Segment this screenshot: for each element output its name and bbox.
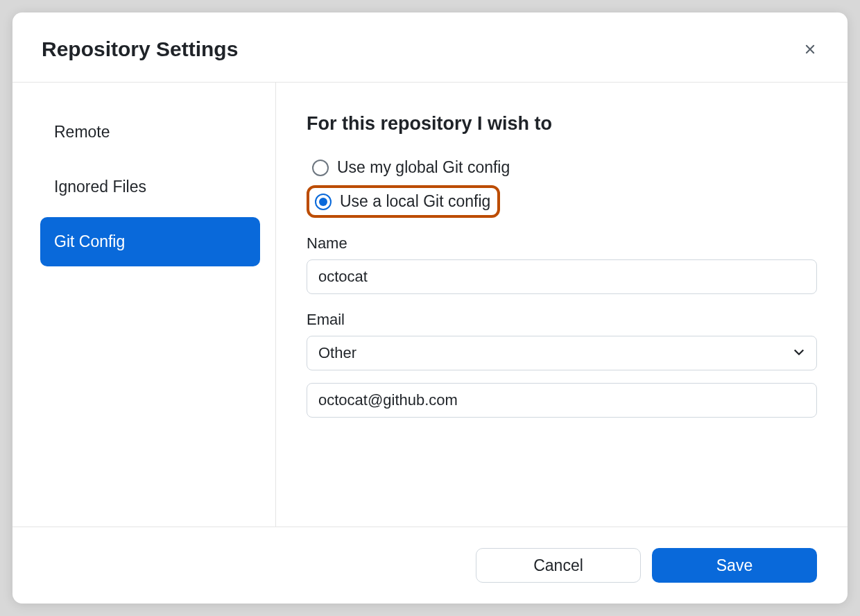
close-button[interactable] <box>802 41 818 58</box>
git-config-scope-radio-group: Use my global Git config Use a local Git… <box>307 154 817 218</box>
radio-label: Use my global Git config <box>337 158 510 177</box>
close-icon <box>802 42 818 57</box>
sidebar-item-ignored-files[interactable]: Ignored Files <box>40 162 260 212</box>
sidebar-item-label: Git Config <box>54 232 125 250</box>
sidebar-item-git-config[interactable]: Git Config <box>40 217 260 266</box>
settings-sidebar: Remote Ignored Files Git Config <box>12 83 276 527</box>
sidebar-item-remote[interactable]: Remote <box>40 108 260 157</box>
email-select-wrapper <box>307 336 817 370</box>
dialog-title: Repository Settings <box>42 37 238 61</box>
name-input[interactable] <box>307 259 817 294</box>
dialog-footer: Cancel Save <box>12 527 848 604</box>
content-heading: For this repository I wish to <box>307 113 817 135</box>
email-value-group <box>307 383 817 418</box>
sidebar-item-label: Remote <box>54 123 110 141</box>
repository-settings-dialog: Repository Settings Remote Ignored Files… <box>12 12 848 604</box>
dialog-header: Repository Settings <box>12 12 848 83</box>
radio-label: Use a local Git config <box>340 192 490 211</box>
radio-icon <box>315 194 332 210</box>
name-field-group: Name <box>307 234 817 294</box>
email-select[interactable] <box>307 336 817 370</box>
cancel-button[interactable]: Cancel <box>476 548 641 583</box>
radio-icon <box>312 160 329 176</box>
dialog-body: Remote Ignored Files Git Config For this… <box>12 83 848 527</box>
name-label: Name <box>307 234 817 253</box>
email-label: Email <box>307 311 817 329</box>
email-field-group: Email <box>307 311 817 370</box>
settings-content: For this repository I wish to Use my glo… <box>276 83 848 527</box>
email-input[interactable] <box>307 383 817 418</box>
save-button[interactable]: Save <box>652 548 817 583</box>
radio-use-global-config[interactable]: Use my global Git config <box>307 154 817 181</box>
radio-use-local-config[interactable]: Use a local Git config <box>307 185 500 218</box>
sidebar-item-label: Ignored Files <box>54 178 146 196</box>
